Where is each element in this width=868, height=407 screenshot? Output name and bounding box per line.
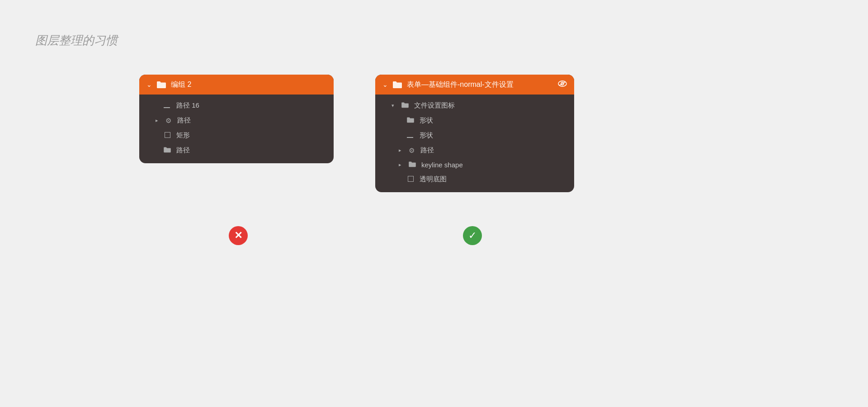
layer-label: 路径 16 bbox=[176, 101, 199, 110]
panel-right-header: ⌄ 表单—基础组件-normal-文件设置 bbox=[375, 75, 574, 95]
dash-icon bbox=[163, 102, 172, 109]
circle-check-icon: ✓ bbox=[463, 226, 482, 245]
panel-left: ⌄ 编组 2 路径 16 ▸ ⚙ 路径 矩形 bbox=[139, 75, 334, 163]
layer-label: 路径 bbox=[420, 146, 434, 155]
layer-label: 路径 bbox=[176, 146, 190, 155]
folder-sm-icon bbox=[408, 161, 417, 169]
bad-status-icon: ✕ bbox=[229, 226, 248, 245]
list-item: ▾ 文件设置图标 bbox=[375, 98, 574, 113]
list-item: 路径 bbox=[139, 143, 334, 158]
layer-label: 形状 bbox=[420, 116, 433, 125]
dash-icon bbox=[406, 132, 415, 139]
list-item: 矩形 bbox=[139, 128, 334, 143]
gear-icon: ⚙ bbox=[164, 117, 173, 125]
good-status-icon: ✓ bbox=[463, 226, 482, 245]
page-title: 图层整理的习惯 bbox=[35, 33, 118, 48]
layer-label: 矩形 bbox=[176, 131, 190, 140]
layer-label: 形状 bbox=[420, 131, 433, 140]
list-item: 透明底图 bbox=[375, 172, 574, 187]
chevron-right-icon: ▸ bbox=[156, 118, 158, 123]
list-item: 形状 bbox=[375, 113, 574, 128]
panel-left-header: ⌄ 编组 2 bbox=[139, 75, 334, 95]
panel-right-title: 表单—基础组件-normal-文件设置 bbox=[407, 80, 553, 90]
gear-icon: ⚙ bbox=[407, 147, 416, 155]
chevron-right-icon: ▸ bbox=[399, 147, 401, 153]
folder-sm-icon bbox=[163, 147, 172, 154]
panel-left-title: 编组 2 bbox=[171, 80, 326, 90]
square-icon bbox=[406, 175, 415, 183]
folder-sm-icon bbox=[406, 117, 415, 124]
folder-icon-right bbox=[392, 80, 402, 89]
list-item: 路径 16 bbox=[139, 98, 334, 113]
list-item: ▸ keyline shape bbox=[375, 158, 574, 172]
list-item: ▸ ⚙ 路径 bbox=[375, 143, 574, 158]
check-symbol: ✓ bbox=[468, 230, 476, 241]
chevron-down-icon: ▾ bbox=[392, 103, 394, 109]
panel-right-body: ▾ 文件设置图标 形状 形状 ▸ bbox=[375, 95, 574, 192]
folder-icon-left bbox=[156, 80, 166, 89]
panel-right: ⌄ 表单—基础组件-normal-文件设置 ▾ 文件设置图标 bbox=[375, 75, 574, 192]
chevron-right-icon: ▸ bbox=[399, 162, 401, 168]
eye-icon bbox=[558, 80, 567, 89]
chevron-down-icon: ⌄ bbox=[382, 81, 388, 88]
circle-x-icon: ✕ bbox=[229, 226, 248, 245]
layer-label: 路径 bbox=[177, 116, 191, 125]
list-item: 形状 bbox=[375, 128, 574, 143]
panel-left-body: 路径 16 ▸ ⚙ 路径 矩形 路径 bbox=[139, 95, 334, 163]
chevron-down-icon: ⌄ bbox=[146, 81, 152, 88]
layer-label: 透明底图 bbox=[420, 175, 447, 184]
list-item: ▸ ⚙ 路径 bbox=[139, 113, 334, 128]
layer-label: 文件设置图标 bbox=[414, 101, 455, 110]
x-symbol: ✕ bbox=[234, 230, 242, 241]
layer-label: keyline shape bbox=[421, 161, 463, 169]
square-icon bbox=[163, 132, 172, 139]
folder-sm-icon bbox=[401, 102, 410, 109]
